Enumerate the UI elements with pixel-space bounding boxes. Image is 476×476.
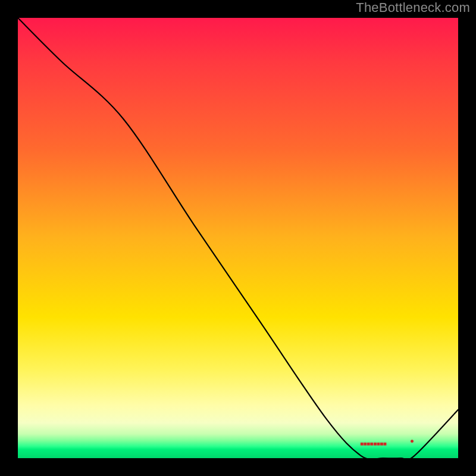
optimal-marker: ■■■■■■■■: [360, 440, 386, 447]
optimal-dot: [411, 440, 414, 443]
figure-root: TheBottleneck.com ■■■■■■■■: [0, 0, 476, 476]
attribution-text: TheBottleneck.com: [356, 0, 470, 15]
curve-layer: [18, 18, 458, 458]
plot-area: ■■■■■■■■: [18, 18, 458, 458]
bottleneck-curve: [18, 18, 458, 458]
